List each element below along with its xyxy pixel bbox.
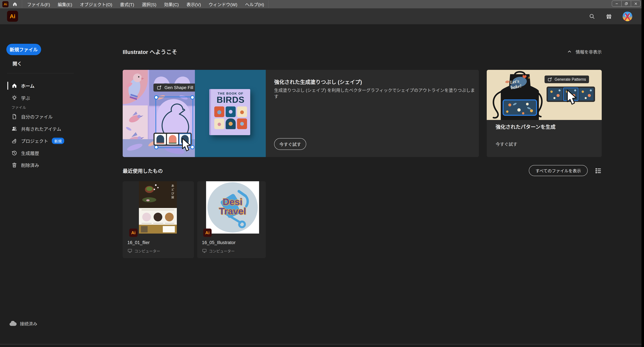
file-location: コンピューター [202, 248, 235, 253]
computer-icon [202, 248, 207, 253]
list-view-icon[interactable] [595, 167, 602, 174]
menu-window[interactable]: ウィンドウ(W) [208, 1, 237, 7]
book-tiles-graphic [214, 106, 247, 129]
menu-object[interactable]: オブジェクト(O) [80, 1, 112, 7]
sidebar-item-shared[interactable]: 共有されたアイテム [0, 124, 74, 133]
file-name: 16_01_flier [127, 240, 150, 245]
sidebar-divider [7, 73, 74, 73]
illustrator-home-window: Ai ファイル(F) 編集(E) オブジェクト(O) 書式(T) 選択(S) 効… [0, 0, 644, 347]
new-file-button[interactable]: 新規ファイル [6, 44, 41, 55]
hero-card-gen-shape-fill[interactable]: Gen Shape Fill THE BOOK OF BIRDS [123, 70, 479, 157]
sidebar-item-home[interactable]: ホーム [0, 81, 74, 90]
file-location-label: コンピューター [134, 248, 160, 253]
gen-shape-fill-tooltip: Gen Shape Fill [154, 83, 195, 91]
hero-description: 生成塗りつぶし (シェイプ) を利用したベクターグラフィックでシェイプのアウトラ… [274, 87, 479, 99]
gen-fill-icon [157, 85, 162, 90]
sidebar-item-generation-history[interactable]: 生成履歴 [0, 149, 74, 157]
selection-handle[interactable] [154, 95, 158, 100]
computer-icon [127, 248, 132, 253]
menu-type[interactable]: 書式(T) [120, 1, 134, 7]
menu-select[interactable]: 選択(S) [142, 1, 156, 7]
pattern-swatch-3[interactable] [579, 88, 594, 101]
generate-patterns-label: Generate Patterns [554, 77, 586, 82]
variant-thumbnail-1[interactable] [154, 134, 166, 144]
apron-graphic: Let's bake! a [490, 70, 550, 120]
account-avatar[interactable] [622, 11, 632, 21]
hero-title: 強化された生成塗りつぶし (シェイプ) [274, 78, 362, 85]
page-title: Illustrator へようこそ [123, 48, 177, 56]
sidebar-item-my-files[interactable]: 自分のファイル [0, 112, 74, 121]
search-icon[interactable] [589, 13, 595, 19]
pattern-try-link[interactable]: 今すぐ試す [496, 141, 517, 147]
cursor-icon [180, 138, 193, 153]
illustrator-logo: Ai [7, 11, 18, 22]
window-right-edge [642, 0, 644, 347]
variant-thumbnail-2[interactable] [167, 134, 178, 144]
tooltip-label: Gen Shape Fill [164, 85, 193, 90]
file-thumbnail: Desi Travel [206, 181, 259, 234]
project-icon [11, 138, 18, 144]
minimize-button[interactable] [612, 1, 621, 6]
trash-icon [11, 162, 18, 168]
sidebar-item-label: 自分のファイル [21, 113, 53, 120]
pattern-card-image: Let's bake! a [487, 70, 602, 120]
sidebar-item-learn[interactable]: 学ぶ [0, 94, 74, 102]
ai-file-badge: Ai [129, 229, 138, 237]
file-location: コンピューター [127, 248, 160, 253]
hero-row: Gen Shape Fill THE BOOK OF BIRDS [123, 70, 602, 157]
book-cover-graphic: THE BOOK OF BIRDS [209, 89, 250, 135]
show-all-files-button[interactable]: すべてのファイルを表示 [529, 165, 588, 176]
book-scene-graphic: THE BOOK OF BIRDS [195, 70, 266, 157]
recent-section-header: 最近使用したもの すべてのファイルを表示 [123, 165, 602, 177]
gift-icon[interactable] [606, 13, 612, 20]
sidebar-item-label: プロジェクト [21, 138, 48, 144]
restore-button[interactable] [621, 1, 631, 6]
thumbnail-text: Travel [206, 207, 259, 216]
open-button[interactable]: 開く [12, 60, 22, 67]
hero-illustration: Gen Shape Fill THE BOOK OF BIRDS [123, 70, 266, 157]
try-now-button[interactable]: 今すぐ試す [274, 138, 306, 150]
sidebar-item-label: ホーム [21, 82, 34, 89]
menu-effect[interactable]: 効果(C) [164, 1, 179, 7]
thumbnail-text: Desi [206, 197, 259, 206]
menu-edit[interactable]: 編集(E) [58, 1, 72, 7]
pattern-card-title: 強化されたパターンを生成 [496, 123, 556, 130]
connection-status[interactable]: 接続済み [9, 321, 37, 327]
document-icon [11, 114, 18, 120]
home-icon[interactable] [12, 1, 18, 7]
file-card-16-05-illustrator[interactable]: Desi Travel Ai 16_05_Illustrator コンピューター [197, 181, 266, 258]
people-icon [11, 126, 18, 132]
sidebar-item-label: 削除済み [21, 162, 39, 168]
generate-patterns-icon [548, 77, 552, 82]
home-icon [11, 83, 18, 89]
sidebar-item-label: 共有されたアイテム [21, 126, 61, 132]
menu-help[interactable]: ヘルプ(H) [245, 1, 264, 7]
chevron-up-icon [567, 49, 572, 54]
file-name: 16_05_Illustrator [202, 240, 236, 245]
recent-title: 最近使用したもの [123, 167, 163, 174]
active-indicator [7, 82, 8, 90]
sidebar-item-deleted[interactable]: 削除済み [0, 161, 74, 169]
close-button[interactable] [631, 1, 640, 6]
connection-status-label: 接続済み [20, 321, 37, 327]
selection-handle[interactable] [190, 95, 194, 100]
menu-file[interactable]: ファイル(F) [27, 1, 50, 7]
sidebar-item-label: 学ぶ [21, 95, 30, 101]
welcome-header: Illustrator へようこそ 情報を非表示 [123, 47, 602, 56]
hero-card-generate-patterns[interactable]: Let's bake! a [487, 70, 602, 157]
titlebar: Ai ファイル(F) 編集(E) オブジェクト(O) 書式(T) 選択(S) 効… [0, 0, 644, 8]
sidebar-item-label: 生成履歴 [21, 150, 39, 156]
svg-text:a: a [528, 75, 530, 79]
lightbulb-icon [11, 95, 18, 101]
pattern-swatch-1[interactable] [548, 88, 562, 101]
file-card-16-01-flier[interactable]: あどび屋 Ai 16_01 [123, 181, 194, 258]
menu-view[interactable]: 表示(V) [186, 1, 201, 7]
new-badge: 新規 [52, 138, 64, 144]
window-bottom-edge [0, 344, 644, 347]
history-icon [11, 150, 18, 156]
sidebar-item-projects[interactable]: プロジェクト 新規 [0, 136, 74, 145]
hide-info-button[interactable]: 情報を非表示 [567, 49, 602, 55]
window-controls [612, 0, 641, 7]
generate-patterns-button[interactable]: Generate Patterns [544, 75, 589, 83]
file-location-label: コンピューター [209, 248, 235, 253]
